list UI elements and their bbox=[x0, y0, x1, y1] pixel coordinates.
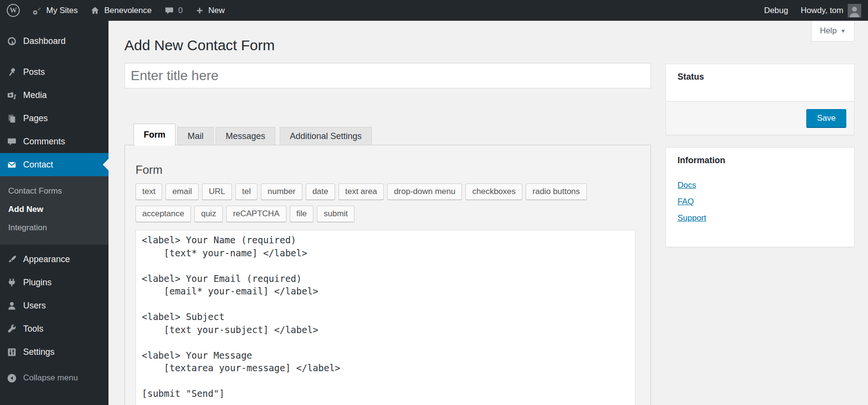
list-item: FAQ bbox=[678, 196, 842, 207]
tag-button-submit[interactable]: submit bbox=[317, 206, 354, 222]
submenu-label: Integration bbox=[8, 223, 47, 233]
sidebar-item-comments[interactable]: Comments bbox=[0, 130, 108, 153]
tag-button-file[interactable]: file bbox=[290, 206, 314, 222]
sidebar-item-users[interactable]: Users bbox=[0, 294, 108, 317]
sidebar-item-plugins[interactable]: Plugins bbox=[0, 271, 108, 294]
comments-bubble-menu[interactable]: 0 bbox=[158, 0, 189, 21]
tag-button-date[interactable]: date bbox=[306, 183, 335, 200]
information-links: Docs FAQ Support bbox=[666, 166, 854, 223]
tab-label: Mail bbox=[188, 131, 203, 141]
tag-button-drop-down-menu[interactable]: drop-down menu bbox=[387, 183, 462, 200]
user-avatar[interactable] bbox=[848, 4, 861, 17]
comments-icon bbox=[7, 137, 17, 147]
user-icon bbox=[7, 301, 17, 311]
sidebar-item-posts[interactable]: Posts bbox=[0, 60, 108, 84]
debug-menu[interactable]: Debug bbox=[758, 0, 794, 21]
sidebar-item-label: Plugins bbox=[23, 278, 52, 288]
faq-link[interactable]: FAQ bbox=[678, 197, 694, 206]
sidebar-item-label: Settings bbox=[23, 347, 54, 357]
save-button[interactable]: Save bbox=[806, 109, 846, 127]
envelope-icon bbox=[7, 160, 17, 170]
plus-icon bbox=[195, 6, 204, 15]
editor-tabs: Form Mail Messages Additional Settings bbox=[124, 123, 651, 145]
docs-link[interactable]: Docs bbox=[678, 181, 696, 190]
panel-heading: Form bbox=[136, 163, 640, 177]
pushpin-icon bbox=[7, 67, 17, 77]
wrench-icon bbox=[7, 324, 17, 334]
tag-button-text-area[interactable]: text area bbox=[339, 183, 384, 200]
debug-label: Debug bbox=[764, 6, 788, 15]
dashboard-icon bbox=[7, 36, 17, 46]
tag-generator-row-1: text email URL tel number date text area… bbox=[136, 183, 640, 200]
tag-button-number[interactable]: number bbox=[261, 183, 302, 200]
form-title-input[interactable] bbox=[124, 63, 651, 88]
tab-messages[interactable]: Messages bbox=[216, 127, 275, 146]
media-icon bbox=[7, 90, 17, 100]
help-dropdown-button[interactable]: Help ▼ bbox=[811, 21, 854, 42]
wordpress-logo-icon: W bbox=[7, 4, 20, 17]
sidebar-item-label: Comments bbox=[23, 137, 65, 147]
admin-sidebar: Dashboard Posts Media Pages Comments Con… bbox=[0, 21, 108, 405]
tag-button-url[interactable]: URL bbox=[202, 183, 232, 200]
tag-button-radio-buttons[interactable]: radio buttons bbox=[526, 183, 586, 200]
support-link[interactable]: Support bbox=[678, 213, 706, 223]
tab-form[interactable]: Form bbox=[134, 124, 176, 146]
site-name-label: Benevolence bbox=[104, 6, 151, 15]
collapse-menu-button[interactable]: Collapse menu bbox=[0, 366, 108, 390]
collapse-arrow-icon bbox=[7, 373, 17, 383]
my-sites-menu[interactable]: My Sites bbox=[26, 0, 84, 21]
sidebar-item-media[interactable]: Media bbox=[0, 84, 108, 107]
tag-button-recaptcha[interactable]: reCAPTCHA bbox=[226, 206, 286, 222]
comment-count: 0 bbox=[178, 6, 183, 15]
my-account-menu[interactable]: Howdy, tom bbox=[795, 0, 844, 21]
page-title: Add New Contact Form bbox=[124, 37, 275, 54]
site-name-menu[interactable]: Benevolence bbox=[84, 0, 158, 21]
tab-label: Messages bbox=[226, 131, 265, 141]
submenu-label: Contact Forms bbox=[8, 186, 62, 196]
submenu-label: Add New bbox=[8, 205, 43, 214]
tab-mail[interactable]: Mail bbox=[177, 127, 214, 146]
sidebar-item-label: Contact bbox=[23, 160, 53, 170]
sidebar-item-pages[interactable]: Pages bbox=[0, 107, 108, 130]
status-body bbox=[666, 82, 854, 101]
new-content-menu[interactable]: New bbox=[189, 0, 231, 21]
comment-bubble-icon bbox=[164, 6, 174, 15]
sidebar-item-label: Dashboard bbox=[23, 36, 66, 46]
sidebar-item-dashboard[interactable]: Dashboard bbox=[0, 29, 108, 53]
status-actions: Save bbox=[666, 101, 854, 135]
tab-label: Form bbox=[144, 130, 165, 140]
sidebar-item-label: Tools bbox=[23, 324, 43, 334]
sidebar-item-appearance[interactable]: Appearance bbox=[0, 248, 108, 271]
sidebar-item-tools[interactable]: Tools bbox=[0, 317, 108, 340]
wordpress-logo-menu[interactable]: W bbox=[0, 0, 26, 21]
admin-content-area: Help ▼ Add New Contact Form Form Mail Me… bbox=[108, 21, 868, 405]
sidebar-item-settings[interactable]: Settings bbox=[0, 340, 108, 363]
plugin-icon bbox=[7, 278, 17, 288]
wordpress-admin-screen: W My Sites Benevolence 0 New Debug bbox=[0, 0, 868, 405]
submenu-item-add-new[interactable]: Add New bbox=[0, 200, 108, 219]
paintbrush-icon bbox=[7, 254, 17, 265]
tag-button-text[interactable]: text bbox=[136, 183, 162, 200]
submenu-item-contact-forms[interactable]: Contact Forms bbox=[0, 182, 108, 200]
new-label: New bbox=[208, 6, 225, 15]
tag-button-email[interactable]: email bbox=[165, 183, 199, 200]
pages-icon bbox=[7, 113, 17, 124]
contact-submenu: Contact Forms Add New Integration bbox=[0, 176, 108, 245]
sidebar-item-contact[interactable]: Contact bbox=[0, 153, 108, 176]
my-sites-label: My Sites bbox=[46, 6, 78, 15]
tag-button-tel[interactable]: tel bbox=[235, 183, 258, 200]
form-template-textarea[interactable]: <label> Your Name (required) [text* your… bbox=[136, 230, 636, 405]
tag-generator-row-2: acceptance quiz reCAPTCHA file submit bbox=[136, 206, 640, 222]
tag-button-checkboxes[interactable]: checkboxes bbox=[465, 183, 522, 200]
status-box: Status Save bbox=[665, 64, 854, 135]
collapse-menu-label: Collapse menu bbox=[23, 373, 78, 383]
tab-additional-settings[interactable]: Additional Settings bbox=[280, 127, 372, 146]
help-label: Help bbox=[820, 26, 837, 36]
sidebar-item-label: Pages bbox=[23, 113, 48, 124]
settings-sliders-icon bbox=[7, 347, 17, 357]
network-key-icon bbox=[32, 6, 42, 15]
admin-bar: W My Sites Benevolence 0 New Debug bbox=[0, 0, 868, 21]
submenu-item-integration[interactable]: Integration bbox=[0, 219, 108, 237]
tag-button-quiz[interactable]: quiz bbox=[194, 206, 223, 222]
tag-button-acceptance[interactable]: acceptance bbox=[136, 206, 191, 222]
